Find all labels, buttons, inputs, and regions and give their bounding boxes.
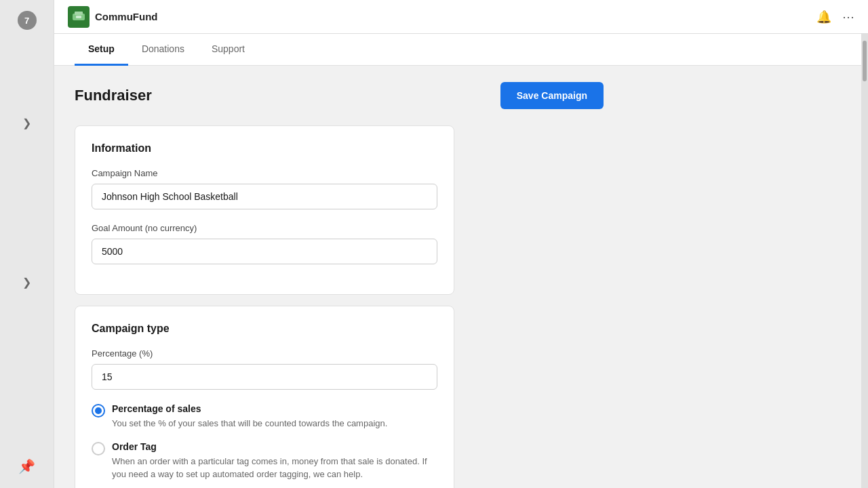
page-content: Setup Donations Support Fundraiser Save … <box>54 34 861 488</box>
goal-amount-label: Goal Amount (no currency) <box>92 223 437 233</box>
radio-order-tag-label: Order Tag <box>112 441 437 452</box>
app-name: CommuFund <box>95 11 157 22</box>
more-options-icon[interactable]: ⋯ <box>842 9 854 24</box>
main-wrapper: CommuFund 🔔 ⋯ Setup Donations Support Fu… <box>54 0 868 488</box>
sidebar: 7 ❯ ❯ 📌 <box>0 0 54 488</box>
radio-percentage-label: Percentage of sales <box>112 403 437 414</box>
notification-icon[interactable]: 🔔 <box>816 9 831 24</box>
radio-option-order-tag: Order Tag When an order with a particula… <box>92 441 437 481</box>
radio-percentage-label-area: Percentage of sales You set the % of you… <box>112 403 437 430</box>
scrollbar-thumb[interactable] <box>863 41 867 81</box>
radio-order-tag-desc: When an order with a particular tag come… <box>112 455 437 481</box>
page-title: Fundraiser <box>75 87 152 104</box>
sidebar-pin-icon[interactable]: 📌 <box>18 458 35 474</box>
radio-percentage-desc: You set the % of your sales that will be… <box>112 417 437 430</box>
svg-rect-1 <box>75 12 83 15</box>
campaign-name-label: Campaign Name <box>92 168 437 178</box>
goal-amount-input[interactable] <box>92 239 437 264</box>
svg-rect-2 <box>76 16 81 18</box>
radio-order-tag-label-area: Order Tag When an order with a particula… <box>112 441 437 481</box>
content-area: Setup Donations Support Fundraiser Save … <box>54 34 868 488</box>
app-logo-icon <box>68 6 90 28</box>
percentage-input[interactable] <box>92 364 437 390</box>
sidebar-expand-mid[interactable]: ❯ <box>17 270 37 294</box>
tab-support[interactable]: Support <box>198 34 258 66</box>
campaign-type-radio-group: Percentage of sales You set the % of you… <box>92 403 437 481</box>
page-body: Fundraiser Save Campaign Information Cam… <box>54 66 665 488</box>
app-header: CommuFund 🔔 ⋯ <box>54 0 868 34</box>
percentage-label: Percentage (%) <box>92 348 437 359</box>
tab-setup[interactable]: Setup <box>75 34 128 66</box>
radio-percentage-button[interactable] <box>92 404 105 418</box>
scrollbar-track <box>861 34 868 488</box>
radio-option-percentage: Percentage of sales You set the % of you… <box>92 403 437 430</box>
logo-area: CommuFund <box>68 6 816 28</box>
radio-order-tag-button[interactable] <box>92 442 105 455</box>
campaign-type-title: Campaign type <box>92 323 437 335</box>
save-campaign-button[interactable]: Save Campaign <box>500 82 604 109</box>
page-header-row: Fundraiser Save Campaign <box>75 82 644 109</box>
campaign-name-group: Campaign Name <box>92 168 437 209</box>
information-card: Information Campaign Name Goal Amount (n… <box>75 125 454 295</box>
goal-amount-group: Goal Amount (no currency) <box>92 223 437 264</box>
information-card-title: Information <box>92 142 437 155</box>
percentage-group: Percentage (%) <box>92 348 437 390</box>
sidebar-expand-top[interactable]: ❯ <box>17 111 37 135</box>
campaign-type-card: Campaign type Percentage (%) Percentage … <box>75 306 454 488</box>
campaign-name-input[interactable] <box>92 184 437 209</box>
sidebar-badge: 7 <box>18 11 37 30</box>
tab-donations[interactable]: Donations <box>128 34 198 66</box>
tabs-bar: Setup Donations Support <box>54 34 861 66</box>
header-actions: 🔔 ⋯ <box>816 9 854 24</box>
